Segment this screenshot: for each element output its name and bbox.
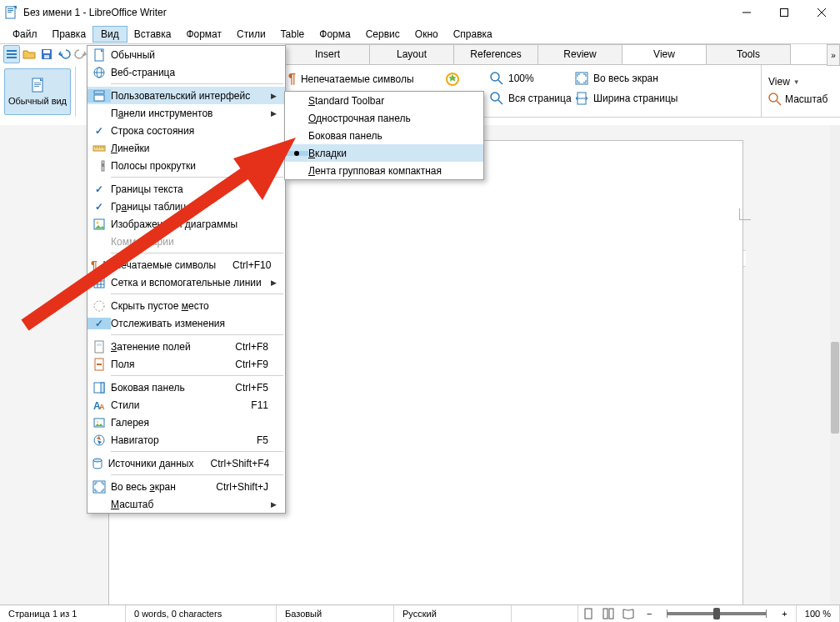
app-icon — [5, 6, 18, 19]
menu-help[interactable]: Справка — [446, 27, 500, 42]
view-menu-item-25[interactable]: Галерея — [88, 414, 285, 431]
view-menu-item-0[interactable]: Обычный — [88, 46, 285, 63]
ui-submenu-item-4[interactable]: Лента групповая компактная — [285, 162, 483, 179]
scrollbar-thumb[interactable] — [831, 342, 839, 434]
tab-review[interactable]: Review — [538, 44, 622, 64]
ui-submenu-item-0[interactable]: Standard Toolbar — [285, 92, 483, 109]
star-icon[interactable] — [445, 72, 460, 87]
zoom-dropdown[interactable]: Масштаб — [768, 93, 828, 106]
menu-styles[interactable]: Стили — [229, 27, 273, 42]
zoom-100-button[interactable]: 100% — [490, 72, 534, 85]
menu-window[interactable]: Окно — [408, 27, 446, 42]
ui-submenu-item-3[interactable]: Вкладки — [285, 144, 483, 162]
view-menu-item-15[interactable]: Сетка и вспомогательные линии▶ — [88, 273, 285, 291]
svg-rect-82 — [97, 344, 102, 346]
menu-table[interactable]: Table — [273, 27, 312, 42]
quick-access-bar — [0, 44, 88, 64]
window-minimize[interactable] — [728, 0, 765, 25]
view-multi-icon[interactable] — [598, 605, 618, 622]
tab-tools[interactable]: Tools — [706, 44, 791, 64]
svg-rect-5 — [780, 9, 788, 17]
margin-corner-icon — [739, 208, 751, 220]
svg-point-73 — [97, 221, 99, 223]
view-menu-item-20[interactable]: Затенение полейCtrl+F8 — [88, 338, 285, 355]
menu-file[interactable]: Файл — [5, 27, 45, 42]
view-menu-item-28[interactable]: Источники данныхCtrl+Shift+F4 — [88, 454, 285, 472]
chevron-down-icon: ▼ — [793, 78, 800, 86]
zoom-in-button[interactable]: + — [773, 605, 795, 622]
menu-bar: Файл Правка Вид Вставка Формат Стили Tab… — [0, 25, 840, 44]
status-zoom[interactable]: 100 % — [796, 605, 840, 622]
view-menu-item-3[interactable]: Пользовательский интерфейс▶ — [88, 87, 285, 104]
view-menu-item-5[interactable]: Строка состояния — [88, 122, 285, 139]
page-width-button[interactable]: Ширина страницы — [575, 92, 678, 105]
whole-page-button[interactable]: Вся страница — [490, 92, 572, 105]
svg-text:A: A — [99, 403, 105, 411]
tab-insert[interactable]: Insert — [285, 44, 369, 64]
status-spacer — [512, 605, 578, 622]
fullscreen-icon — [575, 72, 588, 85]
nonprinting-label[interactable]: Непечатаемые символы — [301, 73, 414, 85]
view-menu-item-10[interactable]: Границы таблиц — [88, 198, 285, 215]
view-menu-item-14[interactable]: ¶Непечатаемые символыCtrl+F10 — [88, 256, 285, 273]
view-menu-item-1[interactable]: Веб-страница — [88, 63, 285, 81]
normal-view-button[interactable]: Обычный вид — [4, 68, 71, 115]
svg-rect-15 — [34, 83, 41, 83]
view-menu-item-30[interactable]: Во весь экранCtrl+Shift+J — [88, 478, 285, 495]
menu-tools[interactable]: Сервис — [358, 27, 408, 42]
ui-submenu-item-2[interactable]: Боковая панель — [285, 127, 483, 144]
tab-view[interactable]: View — [622, 44, 706, 64]
qa-menu-icon[interactable] — [3, 45, 20, 63]
ui-submenu-item-1[interactable]: Однострочная панель — [285, 109, 483, 127]
menu-view[interactable]: Вид — [93, 27, 127, 42]
view-single-icon[interactable] — [578, 605, 598, 622]
view-menu-item-24[interactable]: AAСтилиF11 — [88, 396, 285, 414]
tab-layout[interactable]: Layout — [369, 44, 453, 64]
window-maximize[interactable] — [765, 0, 802, 25]
fullscreen-button[interactable]: Во весь экран — [575, 72, 658, 85]
svg-point-90 — [97, 421, 98, 423]
zoom-slider-handle[interactable] — [713, 608, 720, 619]
zoom-slider[interactable] — [667, 612, 767, 615]
svg-rect-63 — [94, 91, 104, 93]
svg-rect-64 — [94, 95, 104, 101]
view-menu-item-17[interactable]: Скрыть пустое место — [88, 297, 285, 314]
menu-form[interactable]: Форма — [312, 27, 358, 42]
view-menu-item-7[interactable]: Полосы прокрутки▶ — [88, 157, 285, 174]
view-menu-item-11[interactable]: Изображения и диаграммы — [88, 215, 285, 233]
window-close[interactable] — [802, 0, 840, 25]
view-menu-item-26[interactable]: НавигаторF5 — [88, 431, 285, 449]
view-menu-item-18[interactable]: Отслеживать изменения — [88, 314, 285, 332]
view-menu-item-23[interactable]: Боковая панельCtrl+F5 — [88, 379, 285, 396]
ribbon-overflow[interactable]: » — [827, 44, 840, 66]
status-wordcount[interactable]: 0 words, 0 characters — [126, 605, 277, 622]
qa-save-icon[interactable] — [39, 46, 54, 63]
vertical-scrollbar[interactable] — [830, 125, 840, 605]
zoom-out-button[interactable]: − — [638, 605, 660, 622]
view-menu-item-12: Комментарии — [88, 233, 285, 250]
svg-rect-58 — [609, 609, 613, 619]
svg-line-20 — [498, 80, 502, 84]
view-book-icon[interactable] — [618, 605, 638, 622]
status-page[interactable]: Страница 1 из 1 — [0, 605, 126, 622]
view-menu-item-31[interactable]: Масштаб▶ — [88, 495, 285, 513]
tab-references[interactable]: References — [453, 44, 538, 64]
view-menu-item-4[interactable]: Панели инструментов▶ — [88, 104, 285, 122]
svg-point-92 — [93, 459, 102, 462]
menu-format[interactable]: Формат — [178, 27, 229, 42]
view-dropdown[interactable]: View▼ — [768, 76, 800, 88]
svg-line-26 — [777, 101, 781, 105]
menu-edit[interactable]: Правка — [45, 27, 94, 42]
status-language[interactable]: Русский — [394, 605, 512, 622]
view-menu-item-6[interactable]: Линейки▶ — [88, 139, 285, 157]
ribbon-view-group: View▼ Масштаб — [761, 65, 837, 117]
view-menu-item-21[interactable]: ПоляCtrl+F9 — [88, 355, 285, 373]
menu-insert[interactable]: Вставка — [127, 27, 179, 42]
qa-undo-icon[interactable] — [57, 46, 72, 63]
window-title: Без имени 1 - LibreOffice Writer — [23, 7, 167, 18]
status-style[interactable]: Базовый — [277, 605, 394, 622]
qa-open-icon[interactable] — [22, 46, 38, 63]
view-menu-item-9[interactable]: Границы текста — [88, 180, 285, 198]
svg-rect-2 — [8, 10, 13, 11]
svg-point-19 — [491, 73, 499, 81]
